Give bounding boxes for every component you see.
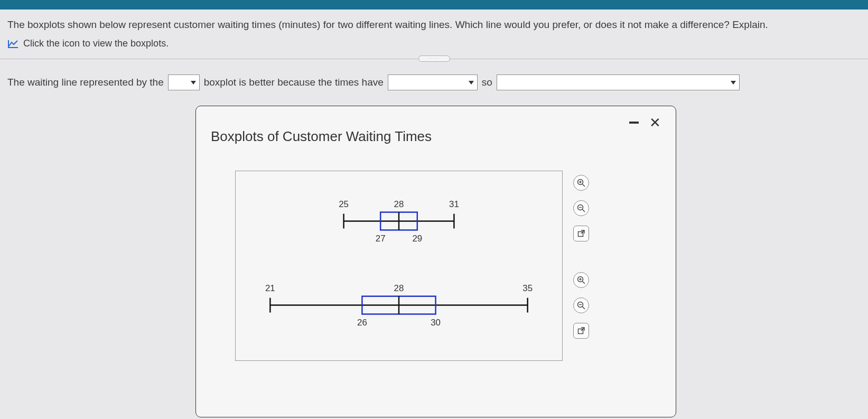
chart-tool-column — [573, 175, 589, 339]
svg-text:30: 30 — [431, 318, 441, 328]
modal-title: Boxplots of Customer Waiting Times — [211, 128, 661, 145]
dropdown-conclusion[interactable] — [497, 75, 740, 90]
window-chrome-bar — [0, 0, 868, 10]
view-boxplots-label: Click the icon to view the boxplots. — [23, 38, 169, 49]
svg-line-34 — [583, 307, 585, 310]
question-area: The boxplots shown below represent custo… — [0, 10, 868, 49]
close-icon[interactable]: ✕ — [649, 118, 661, 127]
zoom-out-icon[interactable] — [573, 200, 589, 216]
popout-icon[interactable] — [573, 226, 589, 241]
svg-text:28: 28 — [394, 199, 404, 209]
zoom-out-icon-2[interactable] — [573, 297, 589, 313]
svg-line-30 — [583, 282, 585, 284]
answer-text-3: so — [482, 77, 492, 88]
zoom-in-icon[interactable] — [573, 175, 589, 191]
svg-text:25: 25 — [339, 199, 349, 209]
svg-text:29: 29 — [412, 234, 422, 244]
minimize-icon[interactable] — [629, 122, 639, 124]
svg-text:26: 26 — [357, 318, 367, 328]
boxplot-chart: 25283127292128352630 — [235, 171, 563, 361]
chevron-down-icon — [731, 81, 736, 85]
answer-sentence: The waiting line represented by the boxp… — [0, 75, 868, 90]
view-boxplots-link[interactable]: Click the icon to view the boxplots. — [7, 38, 861, 49]
svg-line-25 — [583, 210, 585, 212]
chevron-down-icon — [191, 81, 196, 85]
answer-text-2: boxplot is better because the times have — [204, 77, 384, 88]
svg-text:28: 28 — [394, 283, 404, 293]
drag-handle[interactable]: ····· — [418, 55, 450, 62]
svg-text:21: 21 — [265, 283, 275, 293]
boxplot-modal: ✕ Boxplots of Customer Waiting Times 252… — [195, 106, 676, 417]
dropdown-position[interactable] — [168, 75, 200, 90]
svg-line-21 — [583, 184, 585, 187]
line-chart-icon — [7, 39, 19, 49]
popout-icon-2[interactable] — [573, 323, 589, 339]
svg-text:27: 27 — [376, 234, 386, 244]
question-text: The boxplots shown below represent custo… — [7, 19, 861, 31]
svg-text:35: 35 — [522, 283, 533, 293]
zoom-in-icon-2[interactable] — [573, 272, 589, 288]
svg-text:31: 31 — [449, 199, 459, 209]
dropdown-variation[interactable] — [388, 75, 478, 90]
chevron-down-icon — [469, 81, 474, 85]
answer-text-1: The waiting line represented by the — [7, 77, 164, 88]
